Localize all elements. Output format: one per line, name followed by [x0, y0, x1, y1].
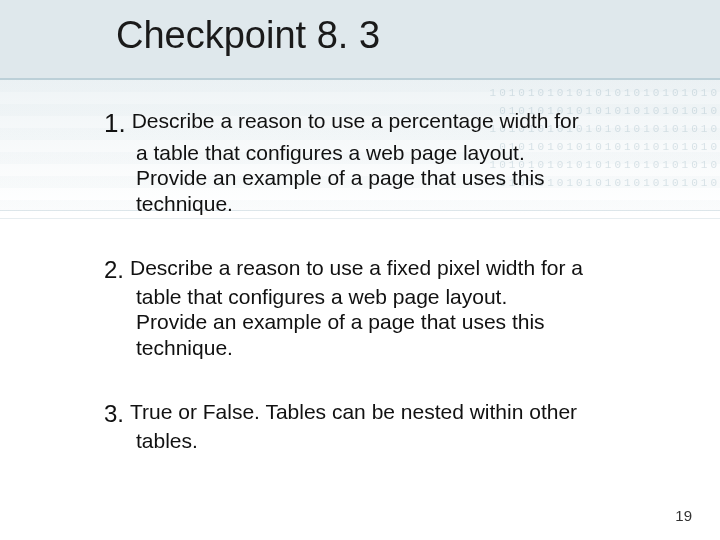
item-number: 2. — [104, 255, 124, 284]
item-text: table that configures a web page layout. — [136, 284, 666, 310]
item-text: technique. — [136, 191, 666, 217]
item-text: Provide an example of a page that uses t… — [136, 165, 666, 191]
item-text: technique. — [136, 335, 666, 361]
item-text: True or False. Tables can be nested with… — [130, 400, 577, 423]
slide: 101010101010101010101010 010101010101010… — [0, 0, 720, 540]
list-item: 1.Describe a reason to use a percentage … — [104, 108, 666, 217]
list-item: 2.Describe a reason to use a fixed pixel… — [104, 255, 666, 361]
item-text: tables. — [136, 428, 666, 454]
list-item: 3.True or False. Tables can be nested wi… — [104, 399, 666, 454]
page-number: 19 — [675, 507, 692, 524]
item-number: 3. — [104, 399, 124, 428]
item-text: Describe a reason to use a fixed pixel w… — [130, 256, 583, 279]
item-text: a table that configures a web page layou… — [136, 140, 666, 166]
item-number: 1. — [104, 108, 126, 140]
slide-title: Checkpoint 8. 3 — [116, 14, 380, 57]
slide-body: 1.Describe a reason to use a percentage … — [104, 108, 666, 484]
item-text: Provide an example of a page that uses t… — [136, 309, 666, 335]
item-text: Describe a reason to use a percentage wi… — [132, 109, 579, 132]
